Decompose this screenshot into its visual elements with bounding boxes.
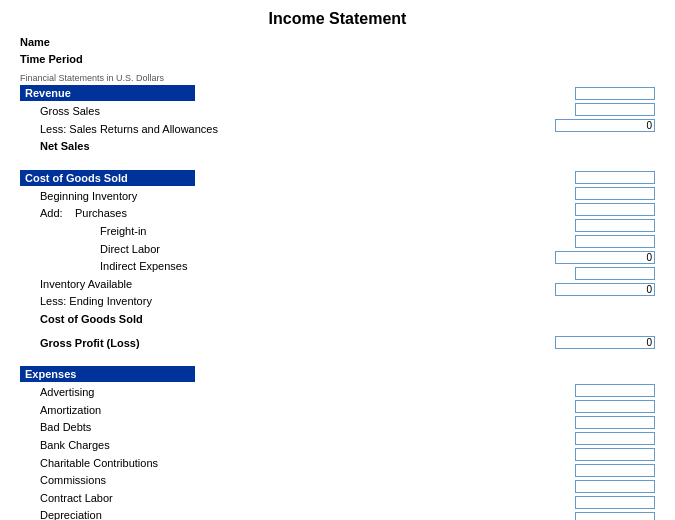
freight-in-input[interactable]	[575, 203, 655, 216]
ending-inventory-input-row	[430, 266, 655, 282]
freight-in-row: Freight-in	[20, 223, 420, 241]
revenue-left: Revenue Gross Sales Less: Sales Returns …	[20, 85, 420, 156]
dues-subscriptions-input[interactable]	[575, 512, 655, 520]
gross-sales-row: Gross Sales	[20, 103, 420, 121]
charitable-contributions-row: Charitable Contributions	[20, 455, 420, 473]
bad-debts-row: Bad Debts	[20, 419, 420, 437]
cogs-inputs: 0 0	[430, 170, 655, 298]
amortization-input[interactable]	[575, 400, 655, 413]
net-sales-row: Net Sales	[20, 138, 420, 156]
cogs-header: Cost of Goods Sold	[20, 170, 195, 186]
commissions-row: Commissions	[20, 472, 420, 490]
revenue-inputs: 0	[430, 85, 655, 133]
net-sales-label: Net Sales	[40, 138, 90, 156]
purchases-input[interactable]	[575, 187, 655, 200]
contract-labor-input[interactable]	[575, 480, 655, 493]
indirect-expenses-input[interactable]	[575, 235, 655, 248]
revenue-section: Revenue Gross Sales Less: Sales Returns …	[20, 85, 655, 156]
contract-labor-row: Contract Labor	[20, 490, 420, 508]
gross-profit-inputs: 0	[430, 335, 655, 351]
expenses-header: Expenses	[20, 366, 195, 382]
cogs-left: Cost of Goods Sold Beginning Inventory A…	[20, 170, 420, 329]
beginning-inventory-input[interactable]	[575, 171, 655, 184]
cogs-total-label: Cost of Goods Sold	[40, 311, 143, 329]
cogs-total-row: Cost of Goods Sold	[20, 311, 420, 329]
gross-profit-label: Gross Profit (Loss)	[40, 335, 140, 353]
direct-labor-input[interactable]	[575, 219, 655, 232]
gross-profit-section: Gross Profit (Loss) 0	[20, 335, 655, 353]
add-label: Add:	[40, 205, 75, 223]
amortization-row: Amortization	[20, 402, 420, 420]
expenses-section: Expenses Advertising Amortization Bad De…	[20, 366, 655, 520]
ending-inventory-input[interactable]	[575, 267, 655, 280]
sales-returns-label: Less: Sales Returns and Allowances	[40, 121, 218, 139]
purchases-input-row	[430, 186, 655, 202]
meta-time-period: Time Period	[20, 51, 655, 68]
freight-in-input-row	[430, 202, 655, 218]
inventory-available-input-row: 0	[430, 250, 655, 266]
beginning-inventory-input-row	[430, 170, 655, 186]
direct-labor-input-row	[430, 218, 655, 234]
net-sales-input-row: 0	[430, 117, 655, 133]
revenue-header: Revenue	[20, 85, 195, 101]
financial-note: Financial Statements in U.S. Dollars	[20, 73, 655, 83]
sales-returns-row: Less: Sales Returns and Allowances	[20, 121, 420, 139]
gross-sales-input[interactable]	[575, 87, 655, 100]
expenses-left: Expenses Advertising Amortization Bad De…	[20, 366, 420, 520]
purchases-label: Purchases	[75, 205, 127, 223]
cogs-total-input-row: 0	[430, 282, 655, 298]
depreciation-row: Depreciation	[20, 507, 420, 520]
advertising-row: Advertising	[20, 384, 420, 402]
beginning-inventory-row: Beginning Inventory	[20, 188, 420, 206]
advertising-input[interactable]	[575, 384, 655, 397]
gross-profit-input-row: 0	[430, 335, 655, 351]
gross-profit-left: Gross Profit (Loss)	[20, 335, 420, 353]
gross-profit-value[interactable]: 0	[555, 336, 655, 349]
add-row: Add: Purchases	[20, 205, 420, 223]
indirect-expenses-label: Indirect Expenses	[100, 258, 187, 276]
indirect-expenses-input-row	[430, 234, 655, 250]
commissions-input[interactable]	[575, 464, 655, 477]
revenue-right: 0	[420, 85, 655, 133]
sales-returns-input-row	[430, 101, 655, 117]
gross-profit-right: 0	[420, 335, 655, 351]
indirect-expenses-row: Indirect Expenses	[20, 258, 420, 276]
cogs-right: 0 0	[420, 170, 655, 298]
charitable-contributions-input[interactable]	[575, 448, 655, 461]
cogs-total-value[interactable]: 0	[555, 283, 655, 296]
ending-inventory-label: Less: Ending Inventory	[40, 293, 152, 311]
cogs-section: Cost of Goods Sold Beginning Inventory A…	[20, 170, 655, 329]
direct-labor-row: Direct Labor	[20, 241, 420, 259]
bank-charges-row: Bank Charges	[20, 437, 420, 455]
meta-name: Name	[20, 34, 655, 51]
direct-labor-label: Direct Labor	[100, 241, 160, 259]
gross-sales-input-row	[430, 85, 655, 101]
depreciation-input[interactable]	[575, 496, 655, 509]
gross-profit-row: Gross Profit (Loss)	[20, 335, 420, 353]
bad-debts-input[interactable]	[575, 416, 655, 429]
bank-charges-input[interactable]	[575, 432, 655, 445]
page-title: Income Statement	[20, 10, 655, 28]
beginning-inventory-label: Beginning Inventory	[40, 188, 137, 206]
expenses-inputs	[430, 366, 655, 520]
inventory-available-label: Inventory Available	[40, 276, 132, 294]
freight-in-label: Freight-in	[100, 223, 146, 241]
inventory-available-row: Inventory Available	[20, 276, 420, 294]
gross-sales-label: Gross Sales	[40, 103, 100, 121]
ending-inventory-row: Less: Ending Inventory	[20, 293, 420, 311]
inventory-available-value[interactable]: 0	[555, 251, 655, 264]
expenses-right	[420, 366, 655, 520]
sales-returns-input[interactable]	[575, 103, 655, 116]
net-sales-value[interactable]: 0	[555, 119, 655, 132]
